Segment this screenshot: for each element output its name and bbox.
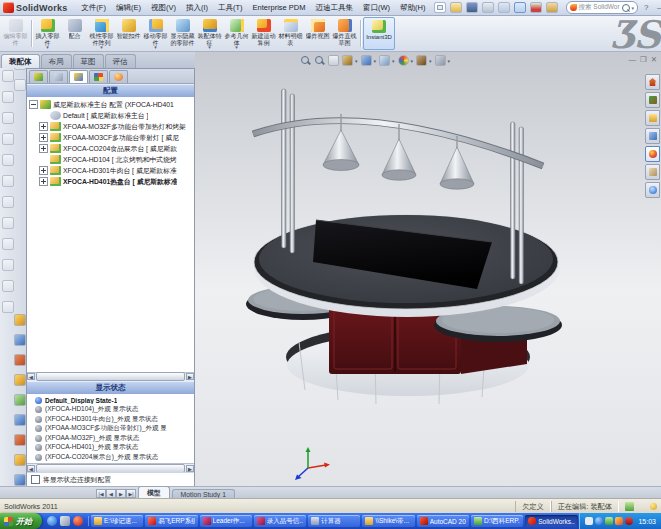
tab-assembly[interactable]: 装配体 — [1, 54, 40, 68]
menu-help[interactable]: 帮助(H) — [396, 2, 429, 14]
toolbar-icon[interactable] — [2, 259, 14, 271]
select-tool-icon[interactable] — [514, 2, 526, 13]
display-state-item[interactable]: (XFOCA-HD401)_外观 显示状态 — [29, 443, 194, 453]
display-state-item[interactable]: (XFOCA-HD301牛肉台)_外观 显示状态 — [29, 415, 194, 425]
collapse-icon[interactable] — [29, 100, 38, 109]
scroll-left-arrow[interactable]: ◀ — [27, 373, 35, 380]
tree-item[interactable]: XFOCA-HD104 [ 北京烤鸭和中式烧烤 — [29, 154, 194, 165]
flyout-arrow-icon[interactable]: ▾ — [235, 45, 238, 50]
menu-insert[interactable]: 插入(I) — [182, 2, 212, 14]
taskbar-button[interactable]: AutoCAD 20... — [417, 515, 469, 527]
flyout-arrow-icon[interactable]: ▾ — [154, 45, 157, 50]
next-tab-button[interactable]: ▶ — [116, 489, 126, 498]
tab-evaluate[interactable]: 评估 — [105, 54, 136, 68]
propertymanager-tab[interactable] — [49, 70, 68, 83]
heat-lamp[interactable] — [323, 130, 359, 171]
insert-components-button[interactable]: 插入零部件 ▾ — [34, 17, 61, 50]
toolbar-icon[interactable] — [2, 112, 14, 124]
mate-button[interactable]: 配合 — [61, 17, 88, 50]
minimize-button[interactable]: — — [655, 3, 661, 13]
heat-lamp[interactable] — [382, 139, 416, 180]
tree-item[interactable]: XFOAA-MO32F多功能台带加热灯和烤架 — [29, 121, 194, 132]
tray-icon[interactable] — [585, 517, 593, 525]
taskbar-button-active[interactable]: SolidWorks... — [525, 515, 577, 527]
heat-lamp[interactable] — [440, 147, 474, 189]
display-state-item[interactable]: (XFOCA-HD104)_外观 显示状态 — [29, 405, 194, 415]
edit-component-button[interactable]: 编辑零部件 — [2, 17, 29, 50]
menu-window[interactable]: 窗口(W) — [359, 2, 394, 14]
print-icon[interactable] — [482, 2, 494, 13]
toolbar-icon[interactable] — [2, 70, 14, 82]
assembly-features-button[interactable]: 装配体特征 ▾ — [196, 17, 223, 50]
toolbar-icon[interactable] — [14, 79, 26, 91]
expand-icon[interactable] — [39, 144, 48, 153]
expand-icon[interactable] — [39, 133, 48, 142]
displaymanager-tab[interactable] — [89, 70, 108, 83]
toolbar-icon[interactable] — [14, 414, 26, 426]
toolbar-icon[interactable] — [14, 394, 26, 406]
options-icon[interactable] — [546, 2, 558, 13]
linear-component-pattern-button[interactable]: 线性零部件阵列 ▾ — [88, 17, 115, 50]
exploded-view-button[interactable]: 爆炸视图 — [304, 17, 331, 50]
search-dropdown-icon[interactable]: ▾ — [632, 5, 635, 11]
toolbar-icon[interactable] — [2, 280, 14, 292]
new-document-icon[interactable] — [434, 2, 446, 13]
toolbar-icon[interactable] — [2, 301, 14, 313]
tab-layout[interactable]: 布局 — [41, 54, 72, 68]
explode-line-sketch-button[interactable]: 爆炸直线草图 — [331, 17, 358, 50]
first-tab-button[interactable]: |◀ — [96, 489, 106, 498]
taskbar-button[interactable]: D:\西科ERP... — [471, 515, 523, 527]
undo-icon[interactable] — [498, 2, 510, 13]
taskbar-button[interactable]: 易飞ERP系统 — [145, 515, 197, 527]
save-icon[interactable] — [466, 2, 478, 13]
tree-horizontal-scrollbar[interactable]: ◀ ▶ — [27, 372, 194, 381]
taskbar-button[interactable]: E:\珍记速... — [91, 515, 143, 527]
design-library-tab[interactable] — [645, 92, 660, 108]
toolbar-icon[interactable] — [14, 474, 26, 486]
toolbar-icon[interactable] — [14, 334, 26, 346]
toolbar-icon[interactable] — [2, 196, 14, 208]
tree-item[interactable]: XFOAA-MO3CF多功能台带射灯 [ 威尼 — [29, 132, 194, 143]
taskbar-button[interactable]: 计算器 — [308, 515, 360, 527]
toolbar-icon[interactable] — [14, 454, 26, 466]
appearances-scenes-tab[interactable] — [645, 146, 660, 162]
toolbar-icon[interactable] — [2, 133, 14, 145]
quick-launch-app-icon[interactable] — [73, 516, 83, 526]
tab-model[interactable]: 模型 — [138, 486, 170, 498]
toolbar-icon[interactable] — [14, 434, 26, 446]
tray-icon[interactable] — [595, 517, 603, 525]
graphics-area[interactable]: ▾ ▾ ▾ ▾ ▾ ▾ — ❐ ✕ — [195, 52, 661, 487]
taskbar-button[interactable]: \\Shike\带... — [362, 515, 414, 527]
tree-item-selected[interactable]: XFOCA-HD401热盘台 [ 威尼斯款标准 — [29, 176, 194, 187]
toolbar-icon[interactable] — [2, 91, 14, 103]
rebuild-icon[interactable] — [530, 2, 542, 13]
flyout-arrow-icon[interactable]: ▾ — [208, 45, 211, 50]
toolbar-icon[interactable] — [2, 154, 14, 166]
featuremanager-tab[interactable] — [29, 70, 48, 83]
toolbar-icon[interactable] — [14, 314, 26, 326]
display-state-item[interactable]: (XFOCA-CO204展示台)_外观 显示状态 — [29, 453, 194, 463]
bill-of-materials-button[interactable]: 材料明细表 — [277, 17, 304, 50]
toolbar-icon[interactable] — [14, 374, 26, 386]
display-state-item[interactable]: (XFOAA-MO32F)_外观 显示状态 — [29, 434, 194, 444]
tab-motion-study-1[interactable]: Motion Study 1 — [172, 489, 235, 498]
menu-maidi-tools[interactable]: 迈迪工具集 — [312, 2, 358, 14]
scroll-left-arrow[interactable]: ◀ — [27, 465, 35, 472]
search-icon[interactable] — [622, 4, 630, 12]
open-document-icon[interactable] — [450, 2, 462, 13]
prev-tab-button[interactable]: ◀ — [106, 489, 116, 498]
tab-sketch[interactable]: 草图 — [73, 54, 104, 68]
display-horizontal-scrollbar[interactable]: ◀ ▶ — [27, 463, 194, 472]
menu-edit[interactable]: 编辑(E) — [112, 2, 145, 14]
help-button[interactable]: ? — [640, 3, 652, 13]
expand-icon[interactable] — [39, 177, 48, 186]
flyout-arrow-icon[interactable]: ▾ — [100, 45, 103, 50]
display-state-item[interactable]: Default_Display State-1 — [29, 396, 194, 406]
last-tab-button[interactable]: ▶| — [126, 489, 136, 498]
menu-view[interactable]: 视图(V) — [147, 2, 180, 14]
flyout-arrow-icon[interactable]: ▾ — [46, 45, 49, 50]
custom-properties-tab[interactable] — [645, 164, 660, 180]
reference-geometry-button[interactable]: 参考几何体 ▾ — [223, 17, 250, 50]
model-3d[interactable] — [195, 52, 661, 487]
expand-icon[interactable] — [39, 166, 48, 175]
